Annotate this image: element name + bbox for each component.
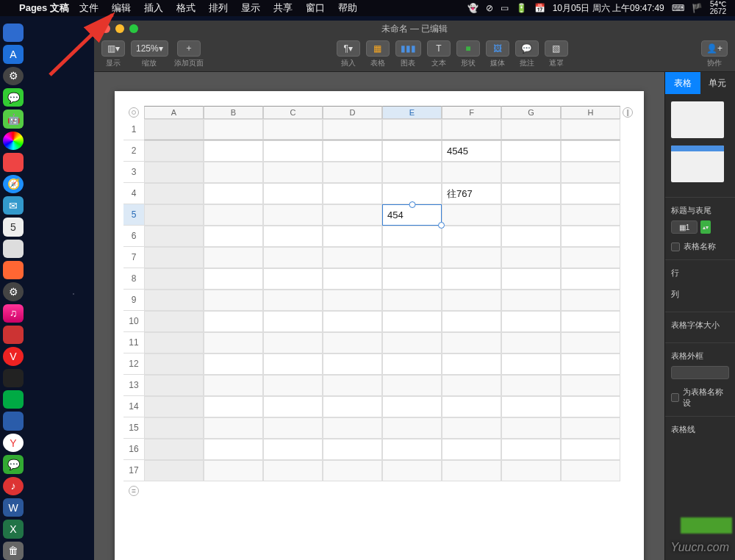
cell-A10[interactable] [144,311,204,332]
cell-C4[interactable] [263,183,323,204]
dock-netease[interactable]: ♪ [3,477,24,495]
cell-A1[interactable] [144,119,204,140]
cell-C15[interactable] [263,417,323,439]
cell-H13[interactable] [561,375,620,396]
inspector-tab-cell[interactable]: 单元 [700,72,736,94]
mask-button[interactable]: ▧遮罩 [545,40,568,68]
cell-C9[interactable] [263,290,323,311]
media-button[interactable]: 🖼媒体 [486,40,509,68]
cell-F15[interactable] [442,417,501,439]
table-style-header[interactable] [671,146,724,182]
cell-A7[interactable] [144,247,204,268]
cell-B16[interactable] [204,439,263,460]
view-button[interactable]: ▥▾显示 [101,40,125,68]
cell-C5[interactable] [263,204,323,226]
col-header-B[interactable]: B [204,106,263,119]
dock-app3[interactable] [3,261,24,279]
cell-B2[interactable] [204,140,263,162]
datetime[interactable]: 10月05日 周六 上午09:47:49 [553,2,664,15]
cell-A9[interactable] [144,290,204,311]
zoom-dropdown[interactable]: 125%▾缩放 [131,40,168,68]
cell-E10[interactable] [382,311,442,332]
cell-C6[interactable] [263,226,323,247]
cell-A2[interactable] [144,140,204,162]
dock-app2[interactable] [3,240,24,258]
dock-trash[interactable]: 🗑 [3,542,24,560]
table-handle-bottomleft[interactable]: = [129,486,139,496]
cell-E7[interactable] [382,247,442,268]
collaborate-button[interactable]: 👤+协作 [701,40,728,68]
cell-A8[interactable] [144,268,204,290]
cell-A4[interactable] [144,183,204,204]
cell-C17[interactable] [263,460,323,481]
cell-D3[interactable] [323,162,382,183]
menu-view[interactable]: 显示 [241,1,260,15]
cell-C12[interactable] [263,353,323,375]
cell-A17[interactable] [144,460,204,481]
table-handle-topright[interactable]: ‖ [623,107,633,118]
chart-button[interactable]: ▮▮▮图表 [395,40,421,68]
dock-settings[interactable]: ⚙ [3,67,24,85]
cell-F4[interactable]: 往767 [442,183,501,204]
cell-A14[interactable] [144,396,204,417]
spreadsheet-table[interactable]: ABCDEFGH ‖ 1234567891011121314151617 454… [123,106,635,496]
cell-G15[interactable] [501,417,561,439]
cell-G12[interactable] [501,353,561,375]
dock-android[interactable]: 🤖 [3,110,24,128]
col-header-H[interactable]: H [561,106,620,119]
cell-D9[interactable] [323,290,382,311]
cell-B14[interactable] [204,396,263,417]
cell-F12[interactable] [442,353,501,375]
row-header-8[interactable]: 8 [123,268,144,290]
row-header-3[interactable]: 3 [123,162,144,183]
flag-icon[interactable]: 🏴 [692,3,703,13]
cell-D11[interactable] [323,332,382,353]
menu-edit[interactable]: 编辑 [112,1,131,15]
cell-D1[interactable] [323,119,382,140]
row-header-9[interactable]: 9 [123,290,144,311]
cell-D8[interactable] [323,268,382,290]
row-header-2[interactable]: 2 [123,140,144,162]
cell-A16[interactable] [144,439,204,460]
row-header-6[interactable]: 6 [123,226,144,247]
cell-G2[interactable] [501,140,561,162]
cell-B10[interactable] [204,311,263,332]
cell-E12[interactable] [382,353,442,375]
dock-calendar[interactable]: 5 [3,218,24,236]
cell-G13[interactable] [501,375,561,396]
dock-excel[interactable]: X [3,520,24,538]
inspector-tab-table[interactable]: 表格 [665,72,700,94]
row-header-11[interactable]: 11 [123,332,144,353]
cell-H4[interactable] [561,183,620,204]
cell-E2[interactable] [382,140,442,162]
cell-H8[interactable] [561,268,620,290]
row-header-7[interactable]: 7 [123,247,144,268]
cell-E5[interactable]: 454 [382,204,442,226]
compass-icon[interactable]: ⊘ [486,3,493,13]
cell-D15[interactable] [323,417,382,439]
cell-H16[interactable] [561,439,620,460]
cell-B4[interactable] [204,183,263,204]
cell-B3[interactable] [204,162,263,183]
cell-F2[interactable]: 4545 [442,140,501,162]
table-handle-topleft[interactable] [129,107,139,118]
cell-A6[interactable] [144,226,204,247]
reserve-name-checkbox[interactable]: 为表格名称设 [671,387,729,409]
dock-finder[interactable] [3,24,24,42]
menu-file[interactable]: 文件 [79,1,98,15]
dock-mail[interactable]: ✉ [3,196,24,215]
cell-H7[interactable] [561,247,620,268]
cell-D2[interactable] [323,140,382,162]
cell-B8[interactable] [204,268,263,290]
cell-F13[interactable] [442,375,501,396]
cell-G11[interactable] [501,332,561,353]
shape-button[interactable]: ■形状 [456,40,480,68]
text-button[interactable]: T文本 [427,40,451,68]
dock-yandex[interactable]: Y [3,434,24,452]
cell-G1[interactable] [501,119,561,140]
cell-D10[interactable] [323,311,382,332]
cell-B17[interactable] [204,460,263,481]
row-header-1[interactable]: 1 [123,119,144,140]
cell-C16[interactable] [263,439,323,460]
cell-D16[interactable] [323,439,382,460]
